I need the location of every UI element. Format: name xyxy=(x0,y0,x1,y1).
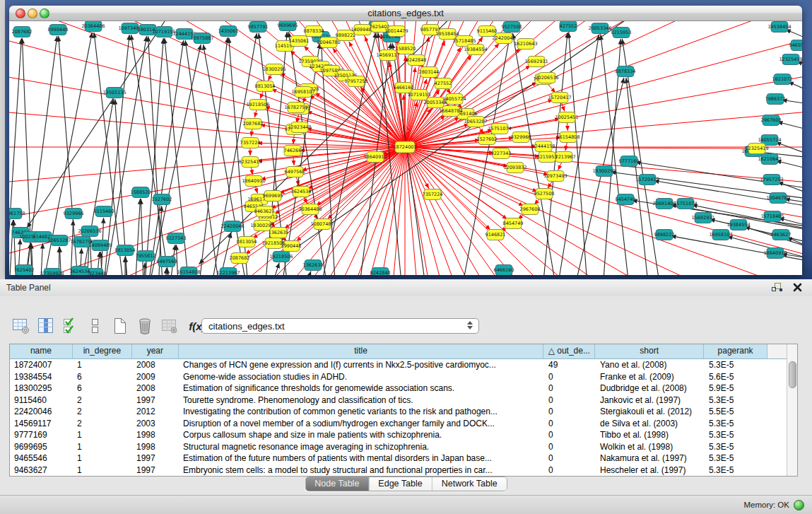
column-header-title[interactable]: title xyxy=(179,344,544,358)
graph-node[interactable]: 8878334 xyxy=(616,66,636,77)
graph-node[interactable]: 7955812 xyxy=(136,251,156,262)
graph-node[interactable]: 13505135 xyxy=(102,88,126,98)
graph-node[interactable]: 427552 xyxy=(435,78,452,89)
graph-node[interactable]: 1435061 xyxy=(289,36,310,47)
graph-node[interactable]: 7357224 xyxy=(240,138,261,148)
graph-node[interactable]: 9898222 xyxy=(654,230,675,240)
graph-node[interactable]: 1527602 xyxy=(152,194,172,205)
graph-node[interactable]: 19384554 xyxy=(726,220,750,230)
graph-node[interactable]: 12093832 xyxy=(503,163,526,173)
graph-node[interactable]: 12444158 xyxy=(531,141,555,152)
network-canvas[interactable]: 2087682899044820364486109734932803144107… xyxy=(9,21,802,275)
tab-edge-table[interactable]: Edge Table xyxy=(368,477,431,491)
graph-node[interactable]: 14569117 xyxy=(376,50,399,61)
graph-node[interactable]: 8813054 xyxy=(115,245,136,256)
table-row[interactable]: 946554611997Estimation of the future num… xyxy=(10,452,787,465)
graph-node[interactable]: 8878334 xyxy=(304,26,324,37)
graph-node[interactable]: 10807487 xyxy=(310,219,334,230)
graph-node[interactable]: 18640910 xyxy=(763,248,787,259)
graph-node[interactable]: 8990448 xyxy=(48,25,69,35)
graph-node[interactable]: 12213967 xyxy=(216,268,240,276)
graph-node[interactable]: 9527508 xyxy=(502,22,522,33)
graph-node[interactable]: 2967608 xyxy=(520,204,541,215)
graph-node[interactable]: 12325419 xyxy=(745,144,768,154)
delete-table-icon[interactable] xyxy=(135,315,155,337)
graph-node[interactable]: 22420046 xyxy=(220,221,244,232)
tab-node-table[interactable]: Node Table xyxy=(305,477,368,491)
graph-node[interactable]: 9857791 xyxy=(248,22,269,33)
graph-node[interactable]: 9242848 xyxy=(406,55,427,66)
graph-node[interactable]: 9227343 xyxy=(166,233,187,244)
table-vertical-scrollbar[interactable] xyxy=(787,344,797,476)
graph-node[interactable]: 9463627 xyxy=(254,206,275,217)
graph-node[interactable]: 6497568 xyxy=(285,167,305,177)
graph-node[interactable]: 15751074 xyxy=(488,124,511,134)
table-row[interactable]: 977716911998Corpus callosum shape and si… xyxy=(10,429,787,441)
graph-node[interactable]: 7986372 xyxy=(765,94,786,105)
graph-node[interactable]: 6466160 xyxy=(494,265,514,276)
column-header-out_degree[interactable]: △ out_de... xyxy=(543,344,595,358)
graph-node[interactable]: 15751074 xyxy=(673,199,697,209)
graph-node[interactable]: 17359928 xyxy=(40,269,64,276)
graph-node[interactable]: 1588520 xyxy=(131,187,151,198)
graph-node[interactable]: 16782759 xyxy=(284,103,307,113)
graph-node[interactable]: 8813054 xyxy=(237,237,257,247)
graph-node[interactable]: 18724007 xyxy=(393,141,416,153)
graph-node[interactable]: 10973493 xyxy=(543,171,567,182)
graph-node[interactable]: 1527602 xyxy=(477,134,498,145)
graph-node[interactable]: 18640910 xyxy=(363,152,387,163)
graph-node[interactable]: 8215953 xyxy=(611,28,632,38)
graph-node[interactable]: 427552 xyxy=(560,21,577,32)
graph-node[interactable]: 17957253 xyxy=(344,76,367,87)
column-header-in_degree[interactable]: in_degree xyxy=(73,344,132,358)
table-row[interactable]: 946362711997Embryonic stem cells: a mode… xyxy=(10,465,787,477)
graph-node[interactable]: 9527508 xyxy=(534,189,555,199)
graph-node[interactable]: 12923448 xyxy=(288,122,311,133)
graph-node[interactable]: 12325419 xyxy=(238,157,261,168)
graph-node[interactable]: 9699695 xyxy=(263,191,283,201)
table-row[interactable]: 1830029562008Estimation of significance … xyxy=(10,382,787,395)
graph-node[interactable]: 18300295 xyxy=(262,64,286,75)
table-row[interactable]: 1872400712008Changes of HCN gene express… xyxy=(10,359,787,371)
graph-node[interactable]: 19538454 xyxy=(767,22,791,33)
graph-node[interactable]: 22420046 xyxy=(492,33,515,44)
graph-node[interactable]: 1435061 xyxy=(218,26,239,37)
graph-node[interactable]: 18300295 xyxy=(250,221,273,231)
graph-node[interactable]: 6497568 xyxy=(157,257,177,267)
graph-node[interactable]: 19384554 xyxy=(464,45,487,55)
graph-node[interactable]: 20364486 xyxy=(81,21,105,32)
graph-node[interactable]: 8454749 xyxy=(616,194,636,205)
graph-node[interactable]: 17957253 xyxy=(760,175,783,185)
graph-node[interactable]: 1362635 xyxy=(303,260,324,271)
graph-node[interactable]: 746266 xyxy=(284,146,302,156)
tab-network-table[interactable]: Network Table xyxy=(432,477,507,491)
table-source-select[interactable]: citations_edges.txt xyxy=(201,318,479,334)
graph-node[interactable]: 9329966 xyxy=(511,132,531,143)
graph-node[interactable]: 8813054 xyxy=(255,81,276,92)
graph-node[interactable]: 16961758 xyxy=(9,209,25,219)
graph-node[interactable]: 20053346 xyxy=(588,23,611,34)
column-header-pagerank[interactable]: pagerank xyxy=(704,344,767,358)
graph-node[interactable]: 9115460 xyxy=(94,206,114,217)
graph-node[interactable]: 8215953 xyxy=(537,152,558,163)
graph-node[interactable]: 10025451 xyxy=(555,112,578,123)
graph-node[interactable]: 2803144 xyxy=(419,67,440,78)
graph-node[interactable]: 15718485 xyxy=(760,211,784,222)
new-table-icon[interactable] xyxy=(110,315,130,337)
float-window-icon[interactable] xyxy=(771,282,783,293)
table-row[interactable]: 911546021997Tourette syndrome. Phenomeno… xyxy=(10,395,787,407)
graph-node[interactable]: 1621072 xyxy=(772,74,793,85)
graph-node[interactable]: 7625402 xyxy=(14,265,35,276)
graph-node[interactable]: 19218506 xyxy=(261,238,285,249)
graph-node[interactable]: 16210643 xyxy=(758,154,781,165)
graph-node[interactable]: 10046780 xyxy=(317,37,340,48)
graph-node[interactable]: 10014479 xyxy=(384,26,408,37)
graph-node[interactable]: 16210643 xyxy=(514,39,537,49)
graph-node[interactable]: 8454749 xyxy=(503,218,524,229)
graph-node[interactable]: 16958107 xyxy=(291,87,314,98)
graph-node[interactable]: 10653287 xyxy=(464,117,487,127)
graph-node[interactable]: 9329966 xyxy=(64,209,84,219)
network-window-titlebar[interactable]: citations_edges.txt xyxy=(9,6,802,21)
graph-node[interactable]: 20364486 xyxy=(298,204,322,215)
graph-node[interactable]: 7357224 xyxy=(423,189,443,200)
